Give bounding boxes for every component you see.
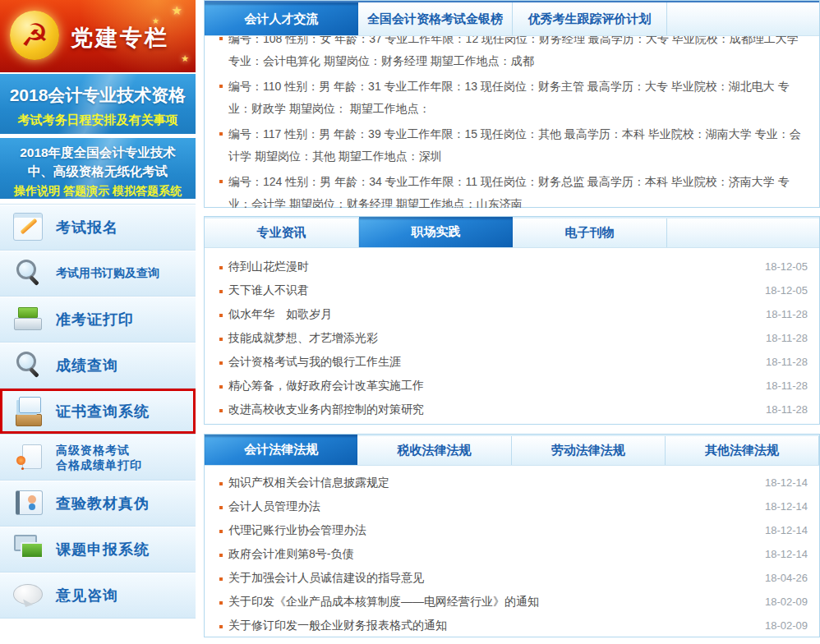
bullet-icon [219, 601, 223, 605]
article-title[interactable]: 关于印发《企业产品成本核算制度——电网经营行业》的通知 [219, 595, 757, 610]
article-row[interactable]: 代理记账行业协会管理办法 18-12-14 [205, 518, 819, 542]
bullet-icon [219, 290, 223, 293]
exam-schedule-banner[interactable]: 2018会计专业技术资格 考试考务日程安排及有关事项 [0, 74, 196, 134]
article-title[interactable]: 会计人员管理办法 [219, 499, 757, 514]
article-title[interactable]: 知识产权相关会计信息披露规定 [219, 476, 757, 490]
sidebar-item-label: 课题申报系统 [56, 540, 150, 559]
article-row[interactable]: 会计资格考试与我的银行工作生涯 18-11-28 [205, 350, 819, 374]
sidebar-item-label: 证书查询系统 [56, 402, 150, 421]
job-listing-list: 编号：108 性别：女 年龄：37 专业工作年限：12 现任岗位：财务经理 最高… [205, 36, 819, 208]
article-title[interactable]: 技能成就梦想、才艺增添光彩 [219, 331, 758, 346]
tab-other-laws[interactable]: 其他法律法规 [666, 436, 819, 465]
sidebar: 党建专栏 ★ ★ ★ 2018会计专业技术资格 考试考务日程安排及有关事项 20… [0, 0, 196, 619]
job-listing-text: 编号：108 性别：女 年龄：37 专业工作年限：12 现任岗位：财务经理 最高… [228, 36, 799, 67]
sidebar-item-label: 考试报名 [56, 218, 118, 237]
bullet-icon [219, 266, 223, 269]
article-title[interactable]: 改进高校收支业务内部控制的对策研究 [219, 402, 758, 417]
article-row[interactable]: 会计人员管理办法 18-12-14 [205, 494, 819, 518]
article-date: 18-12-05 [757, 284, 808, 297]
book-person-icon [10, 485, 48, 522]
law-tab-bar: 会计法律法规 税收法律法规 劳动法律法规 其他法律法规 [205, 435, 819, 466]
article-date: 18-11-28 [758, 403, 808, 416]
tab-outstanding-candidate-tracking[interactable]: 优秀考生跟踪评价计划 [513, 2, 667, 35]
job-listing-row[interactable]: 编号：110 性别：男 年龄：31 专业工作年限：13 现任岗位：财务主管 最高… [219, 74, 809, 122]
sidebar-item-certificate-query-system[interactable]: 证书查询系统 [0, 389, 196, 435]
sidebar-item-score-query[interactable]: 成绩查询 [0, 343, 196, 389]
certificate-icon [10, 439, 48, 476]
banner-line2: 中、高级资格无纸化考试 [0, 163, 196, 181]
article-row[interactable]: 知识产权相关会计信息披露规定 18-12-14 [205, 471, 819, 494]
article-title[interactable]: 代理记账行业协会管理办法 [219, 523, 757, 538]
sidebar-item-project-application-system[interactable]: 课题申报系统 [0, 527, 196, 573]
bullet-icon [219, 577, 223, 581]
bullet-icon [219, 625, 223, 628]
tab-gold-silver-list[interactable]: 全国会计资格考试金银榜 [358, 2, 513, 35]
article-row[interactable]: 技能成就梦想、才艺增添光彩 18-11-28 [205, 326, 819, 350]
party-building-banner[interactable]: 党建专栏 ★ ★ ★ [0, 0, 196, 72]
article-date: 18-02-09 [757, 596, 808, 608]
article-title[interactable]: 会计资格考试与我的银行工作生涯 [219, 355, 758, 370]
tab-accounting-laws[interactable]: 会计法律法规 [205, 435, 357, 465]
page: 党建专栏 ★ ★ ★ 2018会计专业技术资格 考试考务日程安排及有关事项 20… [0, 0, 820, 644]
article-title[interactable]: 待到山花烂漫时 [219, 260, 757, 274]
article-title[interactable]: 似水年华 如歌岁月 [219, 307, 758, 322]
article-title[interactable]: 关于加强会计人员诚信建设的指导意见 [219, 571, 757, 586]
banner-links[interactable]: 操作说明 答题演示 模拟答题系统 [0, 184, 196, 199]
chat-bubble-icon [10, 577, 48, 614]
job-listing-text: 编号：124 性别：男 年龄：34 专业工作年限：11 现任岗位：财务总监 最高… [228, 175, 790, 208]
article-title-text: 会计人员管理办法 [228, 499, 320, 513]
article-row[interactable]: 似水年华 如歌岁月 18-11-28 [205, 302, 819, 326]
article-row[interactable]: 精心筹备，做好政府会计改革实施工作 18-11-28 [205, 374, 819, 398]
article-date: 18-11-28 [758, 332, 808, 344]
article-title-text: 代理记账行业协会管理办法 [228, 523, 366, 536]
article-title[interactable]: 政府会计准则第8号-负债 [219, 547, 757, 562]
article-title[interactable]: 天下谁人不识君 [219, 283, 757, 298]
article-title-text: 精心筹备，做好政府会计改革实施工作 [228, 379, 424, 392]
star-icon: ★ [172, 3, 182, 18]
article-title[interactable]: 关于修订印发一般企业财务报表格式的通知 [219, 619, 757, 633]
job-listing-row[interactable]: 编号：108 性别：女 年龄：37 专业工作年限：12 现任岗位：财务经理 最高… [219, 36, 809, 74]
sidebar-item-senior-score-report-print[interactable]: 高级资格考试 合格成绩单打印 [0, 435, 196, 481]
paperless-exam-banner[interactable]: 2018年度全国会计专业技术 中、高级资格无纸化考试 操作说明 答题演示 模拟答… [0, 138, 196, 199]
law-article-list: 知识产权相关会计信息披露规定 18-12-14 会计人员管理办法 18-12-1… [205, 466, 819, 637]
article-date: 18-12-14 [757, 524, 808, 536]
archive-box-icon [10, 393, 48, 430]
article-row[interactable]: 天下谁人不识君 18-12-05 [205, 278, 819, 302]
article-title-text: 政府会计准则第8号-负债 [228, 547, 353, 560]
article-title-text: 技能成就梦想、才艺增添光彩 [228, 331, 378, 344]
article-title[interactable]: 精心筹备，做好政府会计改革实施工作 [219, 379, 758, 393]
article-row[interactable]: 待到山花烂漫时 18-12-05 [205, 255, 819, 278]
sidebar-item-verify-textbook[interactable]: 查验教材真伪 [0, 481, 196, 527]
bullet-icon [219, 37, 223, 40]
tab-labor-laws[interactable]: 劳动法律法规 [512, 436, 666, 465]
news-tab-bar: 专业资讯 职场实践 电子刊物 [205, 217, 819, 248]
tab-professional-news[interactable]: 专业资讯 [205, 218, 359, 247]
article-row[interactable]: 政府会计准则第8号-负债 18-12-14 [205, 542, 819, 566]
law-panel: 会计法律法规 税收法律法规 劳动法律法规 其他法律法规 知识产权相关会计信息披露… [204, 434, 820, 637]
article-title-text: 关于修订印发一般企业财务报表格式的通知 [228, 619, 447, 632]
news-article-list: 待到山花烂漫时 18-12-05 天下谁人不识君 18-12-05 似水年华 如… [205, 248, 819, 426]
magnifier-icon [10, 255, 48, 292]
article-row[interactable]: 关于加强会计人员诚信建设的指导意见 18-04-26 [205, 566, 819, 590]
tab-tax-laws[interactable]: 税收法律法规 [357, 436, 511, 465]
sidebar-item-admission-ticket-print[interactable]: 准考证打印 [0, 297, 196, 343]
article-title-text: 关于印发《企业产品成本核算制度——电网经营行业》的通知 [228, 595, 539, 608]
talent-exchange-panel: 会计人才交流 全国会计资格考试金银榜 优秀考生跟踪评价计划 编号：108 性别：… [204, 0, 820, 208]
sidebar-item-label: 考试用书订购及查询 [56, 266, 159, 281]
tab-bar-filler [667, 2, 819, 35]
tab-bar-filler [667, 218, 819, 247]
sidebar-item-book-order-query[interactable]: 考试用书订购及查询 [0, 251, 196, 297]
tab-e-publications[interactable]: 电子刊物 [513, 218, 667, 247]
banner-line1: 2018年度全国会计专业技术 [0, 145, 196, 162]
job-listing-row[interactable]: 编号：124 性别：男 年龄：34 专业工作年限：11 现任岗位：财务总监 最高… [219, 169, 809, 208]
tab-workplace-practice[interactable]: 职场实践 [359, 217, 513, 247]
article-title-text: 待到山花烂漫时 [228, 260, 309, 273]
bullet-icon [219, 314, 223, 317]
sidebar-item-exam-registration[interactable]: 考试报名 [0, 205, 196, 251]
article-row[interactable]: 改进高校收支业务内部控制的对策研究 18-11-28 [205, 398, 819, 421]
article-row[interactable]: 关于修订印发一般企业财务报表格式的通知 18-02-09 [205, 614, 819, 637]
tab-talent-exchange[interactable]: 会计人才交流 [205, 2, 358, 35]
article-row[interactable]: 关于印发《企业产品成本核算制度——电网经营行业》的通知 18-02-09 [205, 590, 819, 614]
sidebar-item-feedback[interactable]: 意见咨询 [0, 573, 196, 619]
job-listing-row[interactable]: 编号：117 性别：男 年龄：39 专业工作年限：15 现任岗位：其他 最高学历… [219, 122, 809, 169]
